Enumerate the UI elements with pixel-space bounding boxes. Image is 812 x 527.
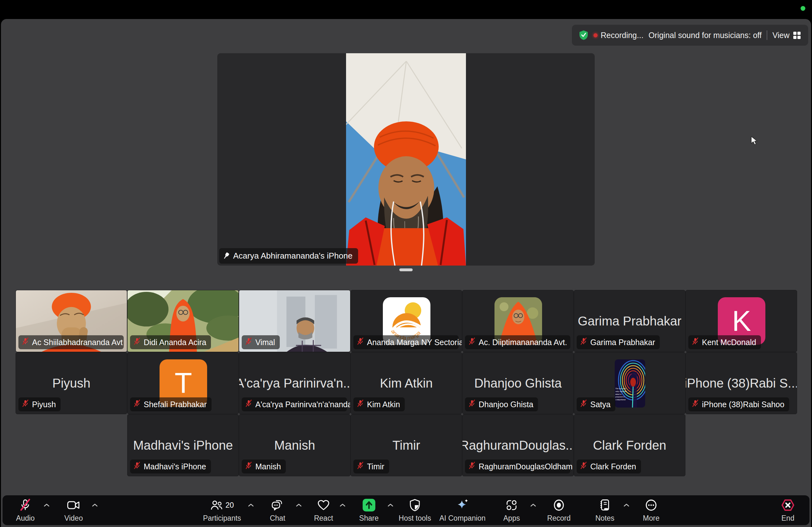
chevron-up-icon[interactable] bbox=[339, 503, 346, 507]
avatar-initial: K bbox=[732, 305, 751, 337]
participant-tile[interactable]: Piyush Piyush bbox=[16, 352, 127, 414]
muted-mic-icon bbox=[357, 337, 364, 345]
participant-name-tag: RaghuramDouglasOldham bbox=[465, 460, 570, 473]
apps-label: Apps bbox=[503, 514, 520, 523]
participant-tile[interactable]: Didi Ananda Acira bbox=[127, 290, 239, 352]
participant-tile[interactable]: Dhanjoo Ghista Dhanjoo Ghista bbox=[462, 352, 574, 414]
participant-name: Kim Atkin bbox=[367, 400, 400, 409]
muted-mic-icon bbox=[245, 400, 252, 407]
muted-mic-icon bbox=[19, 499, 31, 511]
muted-mic-icon bbox=[580, 400, 588, 407]
participants-icon bbox=[210, 499, 223, 511]
participant-tile[interactable]: Kim Atkin Kim Atkin bbox=[350, 352, 462, 414]
participant-name-tag: Kent McDonald bbox=[688, 335, 761, 349]
participant-name: Vimal bbox=[255, 338, 275, 347]
participant-tile[interactable]: The eye sees only what the mind is prepa… bbox=[574, 352, 685, 414]
participant-tile[interactable]: A'ca'rya Parinirva'n... A'ca'rya Parinir… bbox=[239, 352, 350, 414]
participant-name-tag: Dhanjoo Ghista bbox=[465, 397, 538, 411]
host-tools-label: Host tools bbox=[399, 514, 431, 523]
audio-button[interactable]: Audio bbox=[16, 498, 35, 523]
participant-tile[interactable]: ananda marga Ananda Marga NY Sectorial O… bbox=[350, 290, 462, 352]
muted-mic-icon bbox=[357, 462, 364, 469]
participant-name: Kent McDonald bbox=[702, 338, 756, 347]
ai-companion-label: AI Companion bbox=[439, 514, 485, 523]
participant-name-tag: Garima Prabhakar bbox=[577, 335, 660, 349]
muted-mic-icon bbox=[468, 337, 476, 345]
security-shield-icon[interactable] bbox=[579, 30, 589, 40]
participant-tile[interactable]: Madhavi's iPhone Madhavi's iPhone bbox=[127, 414, 239, 476]
chevron-up-icon[interactable] bbox=[91, 503, 98, 507]
chevron-up-icon[interactable] bbox=[247, 503, 255, 507]
view-button[interactable]: View bbox=[772, 31, 801, 40]
record-icon bbox=[553, 499, 565, 511]
apps-button[interactable]: Apps bbox=[503, 498, 520, 523]
more-button[interactable]: More bbox=[643, 498, 659, 523]
participant-tile[interactable]: Clark Forden Clark Forden bbox=[574, 414, 685, 476]
chevron-up-icon[interactable] bbox=[295, 503, 302, 507]
participants-count-badge: 20 bbox=[226, 501, 234, 510]
heart-icon bbox=[317, 499, 330, 511]
react-options-chevron[interactable] bbox=[339, 503, 346, 507]
notes-options-chevron[interactable] bbox=[623, 503, 630, 507]
participant-tile[interactable]: RaghuramDouglas... RaghuramDouglasOldham bbox=[462, 414, 574, 476]
muted-mic-icon bbox=[133, 400, 141, 407]
participant-tile[interactable]: iPhone (38)Rabi S... iPhone (38)Rabi Sah… bbox=[685, 352, 797, 414]
participant-tile[interactable]: Timir Timir bbox=[350, 414, 462, 476]
participant-tile[interactable]: K Kent McDonald bbox=[685, 290, 797, 352]
participant-name-tag: Clark Forden bbox=[577, 460, 641, 473]
share-button[interactable]: Share bbox=[359, 498, 378, 523]
end-meeting-button[interactable]: End bbox=[781, 498, 795, 523]
recording-dot-icon bbox=[593, 33, 598, 37]
pinned-name-tag: Acarya Abhiramananda's iPhone bbox=[219, 248, 358, 264]
gallery-resize-handle[interactable] bbox=[399, 268, 413, 271]
muted-mic-icon bbox=[580, 462, 588, 469]
recording-indicator[interactable]: Recording... bbox=[593, 31, 643, 40]
chevron-up-icon[interactable] bbox=[530, 503, 537, 507]
share-options-chevron[interactable] bbox=[387, 503, 394, 507]
participant-tile[interactable]: Ac. Diiptimanananda Avt. bbox=[462, 290, 574, 352]
participant-name: Dhanjoo Ghista bbox=[479, 400, 533, 409]
participant-name-tag: Kim Atkin bbox=[353, 397, 405, 411]
video-button[interactable]: Video bbox=[64, 498, 83, 523]
participant-tile[interactable]: Ac Shiilabhadrananda Avt bbox=[16, 290, 127, 352]
original-sound-toggle[interactable]: Original sound for musicians: off bbox=[649, 31, 762, 40]
notes-button[interactable]: Notes bbox=[595, 498, 614, 523]
participant-name-tag: Didi Ananda Acira bbox=[130, 335, 211, 349]
chevron-up-icon[interactable] bbox=[623, 503, 630, 507]
chevron-up-icon[interactable] bbox=[387, 503, 394, 507]
participant-name-tag: Ananda Marga NY Sectorial O... bbox=[353, 335, 459, 349]
pin-icon bbox=[223, 252, 230, 260]
participant-name: Piyush bbox=[32, 400, 56, 409]
pinned-speaker-tile[interactable]: Acarya Abhiramananda's iPhone bbox=[217, 53, 595, 266]
chat-button[interactable]: Chat bbox=[270, 498, 286, 523]
react-button[interactable]: React bbox=[314, 498, 333, 523]
notes-icon bbox=[599, 499, 611, 511]
mouse-cursor bbox=[751, 136, 760, 146]
host-tools-button[interactable]: Host tools bbox=[399, 498, 431, 523]
meeting-toolbar: Audio Video 20 Participants bbox=[2, 495, 810, 525]
participants-label: Participants bbox=[203, 514, 241, 523]
chevron-up-icon[interactable] bbox=[43, 503, 50, 507]
audio-label: Audio bbox=[16, 514, 35, 523]
participant-name-tag: Madhavi's iPhone bbox=[130, 460, 211, 473]
participants-options-chevron[interactable] bbox=[247, 503, 255, 507]
audio-options-chevron[interactable] bbox=[43, 503, 50, 507]
muted-mic-icon bbox=[245, 462, 252, 469]
participants-button[interactable]: 20 Participants bbox=[203, 498, 241, 523]
participant-tile[interactable]: Manish Manish bbox=[239, 414, 350, 476]
muted-mic-icon bbox=[468, 400, 476, 407]
end-meeting-icon bbox=[781, 499, 795, 511]
participant-tile[interactable]: Vimal bbox=[239, 290, 350, 352]
participant-name: Satya bbox=[590, 400, 611, 409]
participant-tile[interactable]: Garima Prabhakar Garima Prabhakar bbox=[574, 290, 685, 352]
participant-tile[interactable]: T Shefali Prabhakar bbox=[127, 352, 239, 414]
video-options-chevron[interactable] bbox=[91, 503, 98, 507]
chat-options-chevron[interactable] bbox=[295, 503, 302, 507]
notes-label: Notes bbox=[595, 514, 614, 523]
record-button[interactable]: Record bbox=[547, 498, 571, 523]
ai-companion-button[interactable]: AI Companion bbox=[439, 498, 485, 523]
muted-mic-icon bbox=[133, 462, 141, 469]
participant-name: Madhavi's iPhone bbox=[144, 462, 206, 471]
host-tools-shield-icon bbox=[409, 499, 421, 511]
apps-options-chevron[interactable] bbox=[530, 503, 537, 507]
